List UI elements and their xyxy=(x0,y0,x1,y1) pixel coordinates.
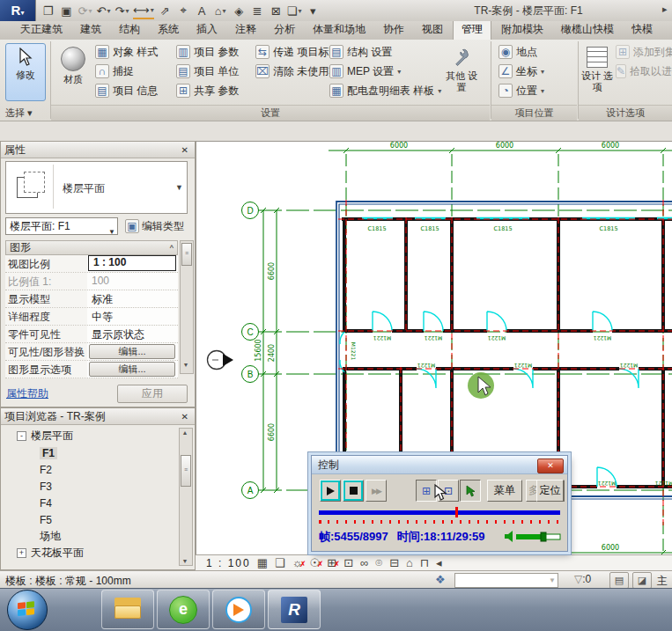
expand-icon[interactable]: ◂ xyxy=(436,556,442,569)
ribbon-button-坐标[interactable]: ∠坐标▾ xyxy=(498,62,544,80)
ribbon-button-传递项目标准[interactable]: ⇆传递 项目标准 xyxy=(255,43,339,61)
ribbon-button-地点[interactable]: ◉地点 xyxy=(498,43,544,61)
show-crop-icon[interactable]: ⊡ xyxy=(343,556,353,569)
tree-item-天花板平面[interactable]: +天花板平面 xyxy=(4,545,179,561)
sun-path-icon[interactable]: ☼✗ xyxy=(292,556,303,569)
scroll-up-icon[interactable]: ▲ xyxy=(181,429,189,436)
ribbon-button-结构设置[interactable]: ▤结构 设置 xyxy=(329,43,441,61)
scroll-down-icon[interactable]: ▼ xyxy=(181,558,189,564)
property-value[interactable]: 1 : 100 xyxy=(87,255,178,272)
spot-elevation-icon[interactable]: ⌖ xyxy=(176,3,191,18)
apply-button[interactable]: 应用 xyxy=(117,385,188,403)
crop-region-icon[interactable]: ⊞✗ xyxy=(327,556,336,569)
taskbar-explorer-button[interactable] xyxy=(101,590,154,629)
edit-button[interactable]: 编辑... xyxy=(89,362,175,377)
reveal-constraints-icon[interactable]: ⊓ xyxy=(420,556,429,569)
tab-插入[interactable]: 插入 xyxy=(188,21,225,40)
default-3d-view-icon[interactable]: ⌂▾ xyxy=(213,3,228,18)
ribbon-button-捕捉[interactable]: ∩捕捉 xyxy=(95,62,158,80)
ribbon-button-位置[interactable]: ◔位置▾ xyxy=(498,82,544,99)
control-dialog-titlebar[interactable]: 控制 xyxy=(312,456,567,474)
tree-item-F4[interactable]: F4 xyxy=(4,495,179,511)
ribbon-button-项目单位[interactable]: ▤项目 单位 xyxy=(176,62,239,80)
tab-快模[interactable]: 快模 xyxy=(624,21,661,40)
project-browser-header[interactable]: 项目浏览器 - TR-案例 ✕ xyxy=(1,408,195,425)
collapse-icon[interactable]: - xyxy=(17,431,26,441)
taskbar-browser-button[interactable]: e xyxy=(157,590,210,629)
type-selector[interactable]: 楼层平面 ▼ xyxy=(5,161,188,214)
tab-体量和场地[interactable]: 体量和场地 xyxy=(305,21,373,40)
playback-position-marker[interactable] xyxy=(455,507,458,517)
tree-item-F5[interactable]: F5 xyxy=(4,511,179,528)
detail-level-icon[interactable]: ▦ xyxy=(257,556,268,569)
tab-分析[interactable]: 分析 xyxy=(266,21,303,40)
filter-button[interactable]: ▽:0 xyxy=(574,573,591,585)
design-options-button[interactable]: 设计 选项 xyxy=(580,43,614,101)
select-dropdown[interactable]: 选择 ▾ xyxy=(5,106,33,120)
tab-橄榄山快模[interactable]: 橄榄山快模 xyxy=(553,21,622,40)
customize-qat-icon[interactable]: ▾ xyxy=(306,3,321,18)
expand-icon[interactable]: + xyxy=(17,548,26,558)
tree-item-F3[interactable]: F3 xyxy=(4,478,179,495)
tab-管理[interactable]: 管理 xyxy=(453,21,491,40)
ribbon-button-配电盘明细表样板[interactable]: ▦配电盘明细表 样板▾ xyxy=(329,82,441,99)
location-panel-label[interactable]: 项目位置 xyxy=(491,105,577,121)
menu-button[interactable]: 菜单 xyxy=(487,480,522,502)
thin-lines-icon[interactable]: ≣ xyxy=(250,3,265,18)
titlebar-overflow-icon[interactable]: ▸ xyxy=(662,4,668,15)
control-dialog[interactable]: 控制 ✕ ▶▶ ⊞ ⊡ 菜单 多节 定位 帧:5455/8997 时间:18:1… xyxy=(311,455,568,552)
modify-button[interactable]: 修改 xyxy=(5,43,46,101)
chevron-down-icon[interactable]: ▼ xyxy=(175,183,183,192)
materials-button[interactable]: 材质 xyxy=(55,43,92,101)
aligned-dimension-icon[interactable]: ⇗ xyxy=(158,3,173,18)
editable-only-toggle[interactable]: ▤ xyxy=(609,572,629,589)
collapse-icon[interactable]: ^ xyxy=(170,244,174,253)
measure-icon[interactable]: ⟷▾ xyxy=(133,2,154,19)
pick-to-edit-button[interactable]: ✎ 拾取以进行编辑 xyxy=(616,62,672,80)
elevation-marker[interactable] xyxy=(208,351,234,370)
settings-panel-label[interactable]: 设置 xyxy=(51,105,490,121)
close-button[interactable]: ✕ xyxy=(537,459,564,473)
property-value[interactable]: 显示原状态 xyxy=(87,326,178,342)
tree-item-F2[interactable]: F2 xyxy=(4,461,179,478)
instance-combo[interactable]: 楼层平面: F1 ▼ xyxy=(5,217,118,235)
locate-button[interactable]: 定位 xyxy=(536,480,564,502)
ribbon-button-共享参数[interactable]: ⊞共享 参数 xyxy=(176,82,239,99)
tab-注释[interactable]: 注释 xyxy=(227,21,264,40)
switch-windows-icon[interactable]: ❏▾ xyxy=(287,3,302,18)
browser-scrollbar[interactable]: ▲ ≡ ▼ xyxy=(179,428,193,566)
save-icon[interactable]: ▣ xyxy=(59,3,74,18)
add-to-set-button[interactable]: ⊞ 添加到集 xyxy=(616,43,672,61)
undo-icon[interactable]: ↶▾ xyxy=(96,3,111,18)
text-icon[interactable]: A xyxy=(195,3,210,18)
tab-天正建筑[interactable]: 天正建筑 xyxy=(12,21,70,40)
ribbon-button-清除未使用项[interactable]: ⌧清除 未使用项 xyxy=(255,62,339,80)
tab-视图[interactable]: 视图 xyxy=(414,21,451,40)
scrollbar-thumb[interactable]: ≡ xyxy=(181,243,192,266)
fast-forward-button[interactable]: ▶▶ xyxy=(366,480,387,502)
application-menu-button[interactable]: R▾ xyxy=(0,0,36,21)
tab-结构[interactable]: 结构 xyxy=(111,21,148,40)
worksharing-display-icon[interactable]: ⊟ xyxy=(389,556,399,569)
view-scale-input[interactable]: 1 : 100 xyxy=(88,255,176,271)
tab-附加模块[interactable]: 附加模块 xyxy=(493,21,551,40)
scrollbar-thumb[interactable]: ≡ xyxy=(181,455,191,487)
view-scale-button[interactable]: 1 : 100 xyxy=(206,557,251,569)
taskbar-video-button[interactable] xyxy=(212,590,265,629)
property-value[interactable]: 标准 xyxy=(87,290,178,307)
ribbon-button-MEP设置[interactable]: ▥MEP 设置▾ xyxy=(329,62,441,80)
property-value[interactable]: 编辑... xyxy=(87,343,178,360)
follow-cursor-toggle[interactable] xyxy=(460,480,481,502)
taskbar-revit-button[interactable]: R xyxy=(268,590,321,629)
close-hidden-windows-icon[interactable]: ⊠ xyxy=(269,3,284,18)
property-value[interactable]: 编辑... xyxy=(87,361,178,378)
redo-icon[interactable]: ↷▾ xyxy=(114,3,129,18)
volume-slider[interactable] xyxy=(504,531,562,542)
properties-help-link[interactable]: 属性帮助 xyxy=(6,386,48,401)
tab-建筑[interactable]: 建筑 xyxy=(72,21,109,40)
shadows-icon[interactable]: ☉✗ xyxy=(310,556,321,569)
ribbon-button-对象样式[interactable]: ▦对象 样式 xyxy=(95,43,158,61)
ribbon-button-项目信息[interactable]: ▤项目 信息 xyxy=(95,82,158,99)
scroll-down-icon[interactable]: ▼ xyxy=(181,362,190,372)
select-by-face-toggle[interactable]: ◪ xyxy=(632,572,652,589)
